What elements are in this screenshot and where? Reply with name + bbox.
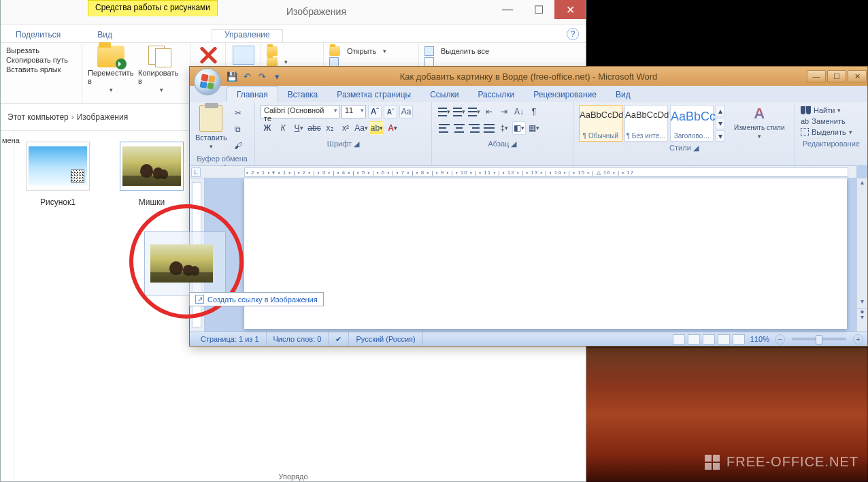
view-outline-icon[interactable]	[718, 334, 730, 344]
format-painter-icon[interactable]: 🖌	[231, 139, 245, 152]
bold-icon[interactable]: Ж	[261, 121, 274, 135]
styles-up-icon[interactable]: ▴	[716, 105, 725, 116]
highlight-icon[interactable]: ab▾	[370, 121, 384, 135]
paragraph-group-label: Абзац ◢	[437, 138, 567, 148]
view-draft-icon[interactable]	[733, 334, 745, 344]
ruler-ticks: • 2 • 1 • ▾ • 1 • | • 2 • | • 3 • | • 4 …	[244, 167, 848, 177]
style-heading1[interactable]: AaBbCc Заголово…	[670, 105, 714, 142]
underline-icon[interactable]: Ч▾	[292, 121, 305, 135]
cut-icon[interactable]: ✂	[231, 106, 245, 120]
tab-home[interactable]: Главная	[227, 86, 278, 102]
sort-icon[interactable]: A↓	[512, 105, 526, 118]
open-button[interactable]: Открыть▾	[329, 46, 413, 57]
numbering-icon[interactable]: ▾	[452, 105, 466, 118]
tab-layout[interactable]: Разметка страницы	[327, 87, 420, 102]
file-label: Мишки	[114, 197, 190, 207]
zoom-in-icon[interactable]: +	[853, 334, 863, 344]
find-button[interactable]: Найти▾	[801, 105, 862, 116]
indent-dec-icon[interactable]: ⇤	[482, 105, 496, 118]
move-to-button[interactable]: Переместить в▾	[88, 46, 134, 93]
explorer-title: Изображения	[286, 6, 346, 17]
font-color-icon[interactable]: A▾	[386, 121, 399, 135]
styles-more-icon[interactable]: ▾	[716, 130, 725, 142]
align-center-icon[interactable]	[452, 121, 466, 135]
clear-format-icon[interactable]: Aa	[399, 105, 413, 118]
align-left-icon[interactable]	[437, 121, 451, 135]
file-item-2[interactable]: Мишки	[114, 142, 190, 207]
strike-icon[interactable]: abc	[307, 121, 321, 135]
status-page[interactable]: Страница: 1 из 1	[194, 332, 267, 346]
multilevel-icon[interactable]: ▾	[467, 105, 481, 118]
tab-share[interactable]: Поделиться	[3, 30, 73, 42]
change-case-icon[interactable]: Aa▾	[354, 121, 368, 135]
status-words[interactable]: Число слов: 0	[267, 332, 329, 346]
tab-mailings[interactable]: Рассылки	[468, 87, 524, 102]
zoom-out-icon[interactable]: −	[775, 334, 785, 344]
copy-icon[interactable]: ⧉	[231, 123, 245, 136]
select-all-button[interactable]: Выделить все	[424, 46, 489, 57]
file-label: Рисунок1	[20, 197, 96, 207]
copy-to-button[interactable]: Копировать в▾	[138, 46, 184, 93]
cut-button[interactable]: Вырезать	[6, 46, 76, 55]
zoom-value[interactable]: 110%	[750, 335, 769, 343]
grow-font-icon[interactable]: Aˆ	[368, 105, 382, 118]
nav-pane[interactable]: мена	[1, 131, 14, 481]
subscript-icon[interactable]: x₂	[323, 121, 337, 135]
breadcrumb-folder[interactable]: Изображения	[74, 112, 131, 122]
view-full-reading-icon[interactable]	[688, 334, 700, 344]
show-marks-icon[interactable]: ¶	[527, 105, 541, 118]
justify-icon[interactable]	[482, 121, 496, 135]
align-right-icon[interactable]	[467, 121, 481, 135]
file-item-1[interactable]: Рисунок1	[20, 142, 96, 207]
font-name-combo[interactable]: Calibri (Основной те	[261, 105, 339, 118]
rename-button[interactable]	[233, 46, 254, 65]
select-button[interactable]: Выделить▾	[801, 127, 862, 138]
copy-path-button[interactable]: Скопировать путь	[6, 55, 76, 65]
superscript-icon[interactable]: x²	[339, 121, 352, 135]
tab-references[interactable]: Ссылки	[420, 87, 468, 102]
horizontal-ruler[interactable]: L • 2 • 1 • ▾ • 1 • | • 2 • | • 3 • | • …	[190, 166, 856, 178]
italic-icon[interactable]: К	[276, 121, 290, 135]
indent-inc-icon[interactable]: ⇥	[497, 105, 511, 118]
change-styles-button[interactable]: A Изменить стили ▾	[734, 105, 784, 142]
image-thumb-bears	[122, 146, 181, 186]
shading-icon[interactable]: ◧▾	[512, 121, 526, 135]
zoom-slider[interactable]	[792, 338, 846, 340]
picture-tools-context-tab[interactable]: Средства работы с рисунками	[88, 0, 218, 16]
tab-selector-icon[interactable]: L	[191, 167, 201, 177]
styles-down-icon[interactable]: ▾	[716, 118, 725, 129]
scroll-up-icon[interactable]: ▴	[857, 178, 867, 189]
document-page[interactable]	[244, 178, 847, 329]
maximize-button[interactable]: ☐	[523, 0, 554, 19]
view-web-icon[interactable]	[703, 334, 715, 344]
view-print-layout-icon[interactable]	[673, 334, 685, 344]
close-button[interactable]: ✕	[554, 0, 586, 19]
new-folder-button[interactable]	[267, 46, 318, 57]
help-icon[interactable]: ?	[567, 28, 579, 40]
replace-button[interactable]: abЗаменить	[801, 116, 862, 127]
vertical-scrollbar[interactable]: ▴ ▾ ●▾	[856, 178, 867, 332]
paste-button[interactable]: Вставить▾	[195, 105, 227, 152]
line-spacing-icon[interactable]: ‡▾	[497, 121, 511, 135]
styles-group-label: Стили ◢	[579, 142, 789, 152]
tab-insert[interactable]: Вставка	[278, 87, 328, 102]
breadcrumb-root[interactable]: Этот компьютер	[5, 112, 71, 122]
paste-shortcut-button[interactable]: Вставить ярлык	[6, 65, 76, 74]
tab-review[interactable]: Рецензирование	[524, 87, 606, 102]
bullets-icon[interactable]: ▾	[437, 105, 451, 118]
scroll-down-icon[interactable]: ▾	[857, 298, 867, 308]
tab-view[interactable]: Вид	[85, 30, 124, 42]
status-language[interactable]: Русский (Россия)	[349, 332, 422, 346]
shrink-font-icon[interactable]: Aˇ	[384, 105, 397, 118]
status-proofing-icon[interactable]: ✔	[329, 332, 349, 346]
delete-button[interactable]	[197, 46, 220, 65]
font-size-combo[interactable]: 11	[341, 105, 366, 118]
browse-object-icon[interactable]: ●▾	[857, 308, 867, 321]
borders-icon[interactable]: ▦▾	[527, 121, 541, 135]
tab-word-view[interactable]: Вид	[606, 87, 640, 102]
tab-manage[interactable]: Управление	[212, 29, 283, 42]
style-nospacing[interactable]: AaBbCcDd ¶ Без инте…	[624, 105, 668, 142]
minimize-button[interactable]: —	[492, 0, 523, 19]
office-button[interactable]	[194, 68, 221, 95]
style-normal[interactable]: AaBbCcDd ¶ Обычный	[579, 105, 622, 142]
